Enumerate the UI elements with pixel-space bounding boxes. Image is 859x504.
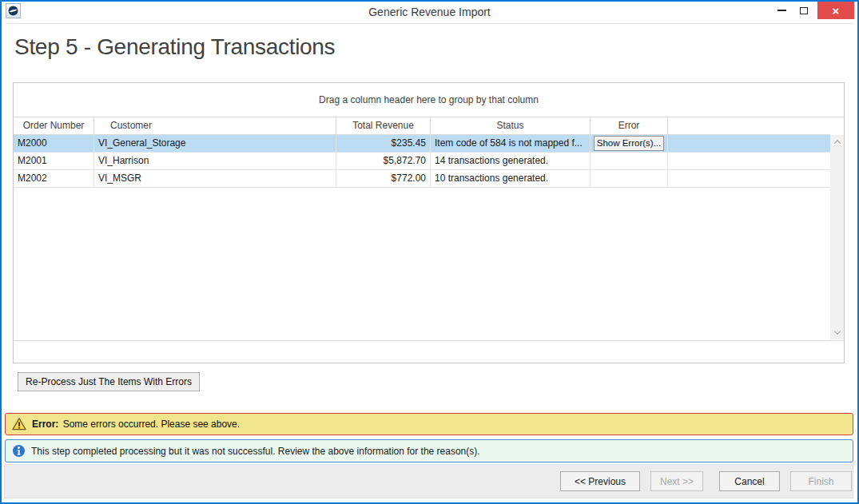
table-row[interactable]: M2002 VI_MSGR $772.00 10 transactions ge… (14, 170, 830, 188)
cell-total-revenue: $5,872.70 (336, 153, 431, 170)
column-header-filler (668, 117, 830, 135)
cell-total-revenue: $772.00 (336, 170, 431, 188)
cell-error (591, 153, 668, 170)
minimize-icon (777, 10, 786, 11)
cell-error (591, 170, 668, 188)
window-title: Generic Revenue Import (2, 2, 857, 22)
table-row[interactable]: M2001 VI_Harrison $5,872.70 14 transacti… (14, 153, 830, 170)
transactions-grid: Drag a column header here to group by th… (13, 82, 845, 363)
cell-status: Item code of 584 is not mapped f... (431, 135, 591, 153)
cell-filler (668, 170, 830, 188)
table-row[interactable]: M2000 VI_General_Storage $235.45 Item co… (14, 135, 830, 153)
cell-status: 14 transactions generated. (431, 153, 591, 170)
title-bar: Generic Revenue Import × (2, 2, 857, 22)
info-message-text: This step completed processing but it wa… (31, 446, 480, 457)
vertical-scrollbar[interactable] (830, 135, 844, 339)
cell-filler (668, 135, 830, 153)
info-icon (12, 444, 26, 458)
maximize-icon (800, 7, 808, 14)
cell-error: Show Error(s)... (591, 135, 668, 153)
titlebar-separator (6, 23, 853, 24)
info-message-bar: This step completed processing but it wa… (5, 439, 853, 462)
close-button[interactable]: × (817, 2, 854, 19)
cell-total-revenue: $235.45 (336, 135, 431, 153)
group-by-drop-area: Drag a column header here to group by th… (14, 83, 844, 117)
cell-filler (668, 153, 830, 170)
error-message-bar: Error: Some errors occurred. Please see … (5, 413, 853, 435)
scroll-down-button[interactable] (830, 326, 844, 339)
cell-customer: VI_General_Storage (94, 135, 336, 153)
error-message-text: Error: Some errors occurred. Please see … (32, 419, 240, 430)
close-icon: × (833, 4, 840, 18)
column-header-customer[interactable]: Customer (94, 117, 336, 135)
chevron-down-icon (833, 327, 840, 334)
show-errors-button[interactable]: Show Error(s)... (594, 136, 664, 151)
chevron-up-icon (833, 140, 840, 146)
cell-order-number: M2000 (14, 135, 94, 153)
page-title: Step 5 - Generating Transactions (14, 32, 335, 62)
cell-customer: VI_Harrison (94, 153, 336, 170)
next-button[interactable]: Next >> (650, 471, 703, 491)
cell-status: 10 transactions generated. (431, 170, 591, 188)
finish-button[interactable]: Finish (790, 471, 852, 491)
cell-order-number: M2001 (14, 153, 94, 170)
generic-revenue-import-window: Generic Revenue Import × Step 5 - Genera… (0, 0, 859, 504)
column-header-status[interactable]: Status (431, 117, 591, 135)
column-header-order-number[interactable]: Order Number (14, 117, 94, 135)
cancel-button[interactable]: Cancel (719, 471, 780, 491)
previous-button[interactable]: << Previous (560, 471, 640, 491)
error-label: Error: (32, 419, 58, 430)
grid-table: Order Number Customer Total Revenue Stat… (14, 117, 830, 188)
cell-customer: VI_MSGR (94, 170, 336, 188)
maximize-button[interactable] (793, 2, 815, 19)
scroll-up-button[interactable] (830, 136, 844, 149)
warning-icon (12, 418, 26, 431)
cell-order-number: M2002 (14, 170, 94, 188)
minimize-button[interactable] (770, 2, 793, 19)
column-header-error[interactable]: Error (591, 117, 668, 135)
footer-bar: << Previous Next >> Cancel Finish (4, 464, 853, 498)
grid-footer-separator (14, 340, 844, 341)
grid-header-row: Order Number Customer Total Revenue Stat… (14, 117, 830, 135)
column-header-total-revenue[interactable]: Total Revenue (336, 117, 431, 135)
reprocess-errors-button[interactable]: Re-Process Just The Items With Errors (18, 372, 200, 391)
